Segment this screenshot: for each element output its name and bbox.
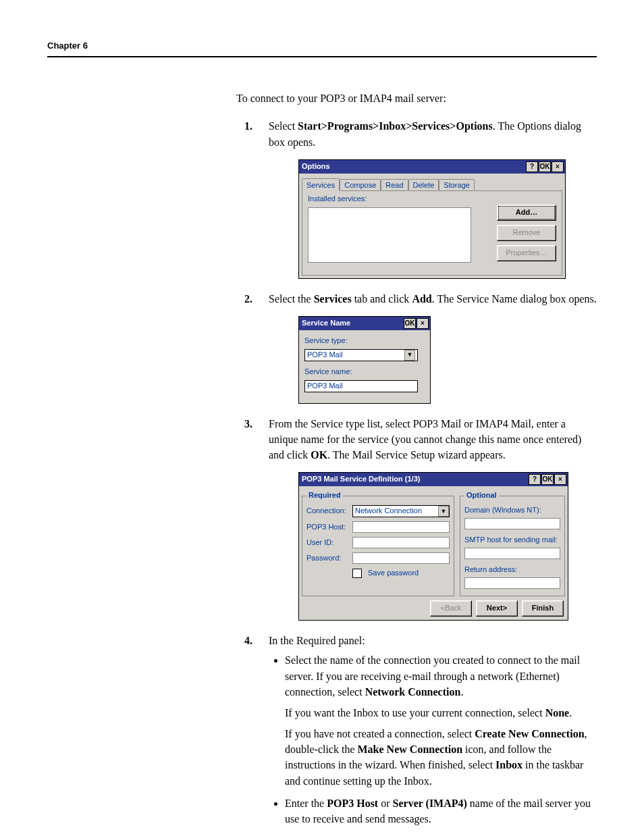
- pop3host-input[interactable]: [352, 521, 450, 533]
- connection-label: Connection:: [306, 506, 350, 517]
- intro-text: To connect to your POP3 or IMAP4 mail se…: [236, 91, 597, 106]
- back-button[interactable]: <Back: [430, 600, 472, 617]
- domain-input[interactable]: [464, 518, 560, 529]
- password-input[interactable]: [352, 552, 450, 564]
- remove-button[interactable]: Remove: [497, 225, 556, 241]
- service-type-select[interactable]: POP3 Mail ▼: [304, 349, 418, 361]
- save-password-label: Save password: [368, 568, 419, 579]
- s4b2c: or: [378, 798, 392, 809]
- help-button[interactable]: ?: [526, 161, 538, 172]
- step-1-text-a: Select: [269, 120, 298, 132]
- s4b1p3a: If you have not created a connection, se…: [285, 728, 475, 739]
- chevron-down-icon: ▼: [438, 506, 449, 517]
- page-header: Chapter 6: [47, 41, 597, 51]
- service-name-titlebar: Service Name OK ×: [299, 317, 430, 330]
- installed-services-list[interactable]: [308, 207, 471, 263]
- ok-button[interactable]: OK: [539, 161, 551, 172]
- options-tabs: Services Compose Read Delete Storage: [302, 178, 562, 190]
- close-button[interactable]: ×: [417, 318, 429, 329]
- step-4-bullet-1: Select the name of the connection you cr…: [285, 652, 597, 789]
- service-type-label: Service type:: [304, 336, 425, 346]
- close-button[interactable]: ×: [552, 161, 564, 172]
- return-label: Return address:: [464, 565, 560, 575]
- step-2-c: tab and click: [352, 293, 412, 305]
- step-number: 4.: [244, 633, 252, 648]
- s4b1p2b: None: [545, 707, 570, 719]
- step-number: 3.: [244, 416, 252, 432]
- step-2-e: . The Service Name dialog box opens.: [432, 293, 597, 305]
- s4b1p3d: Make New Connection: [358, 744, 463, 755]
- required-fieldset: Required Connection: Network Connection …: [302, 490, 454, 596]
- step-4-text: In the Required panel:: [269, 635, 365, 646]
- tab-delete[interactable]: Delete: [408, 179, 439, 191]
- chevron-down-icon: ▼: [404, 350, 415, 361]
- step-2: 2. Select the Services tab and click Add…: [236, 291, 597, 404]
- smtp-label: SMTP host for sending mail:: [464, 535, 560, 546]
- optional-legend: Optional: [464, 490, 499, 501]
- step-3: 3. From the Service type list, select PO…: [236, 416, 597, 621]
- ok-button[interactable]: OK: [541, 474, 554, 485]
- s4b2d: Server (IMAP4): [393, 798, 467, 809]
- userid-input[interactable]: [352, 537, 450, 548]
- password-label: Password:: [306, 553, 350, 564]
- s4b1p2c: .: [569, 707, 572, 719]
- s4b1c: .: [460, 686, 463, 698]
- step-2-b: Services: [314, 293, 352, 305]
- step-4: 4. In the Required panel: Select the nam…: [236, 633, 597, 827]
- s4b1p2a: If you want the Inbox to use your curren…: [285, 707, 545, 719]
- optional-fieldset: Optional Domain (Windows NT): SMTP host …: [460, 490, 565, 596]
- connection-select[interactable]: Network Connection ▼: [352, 505, 450, 517]
- s4b1p3f: Inbox: [495, 759, 522, 771]
- required-legend: Required: [306, 490, 343, 501]
- tab-services[interactable]: Services: [302, 178, 340, 190]
- step-2-d: Add: [412, 293, 431, 305]
- pop3-wizard-dialog: POP3 Mail Service Definition (1/3) ? OK …: [298, 472, 568, 621]
- service-name-value: POP3 Mail: [307, 381, 343, 392]
- add-button[interactable]: Add…: [497, 205, 556, 221]
- step-number: 1.: [244, 118, 252, 134]
- userid-label: User ID:: [306, 538, 350, 548]
- return-input[interactable]: [464, 577, 560, 589]
- service-name-input[interactable]: POP3 Mail: [304, 380, 418, 392]
- service-name-label: Service name:: [304, 367, 425, 377]
- wizard-titlebar: POP3 Mail Service Definition (1/3) ? OK …: [299, 473, 568, 486]
- s4b1p3b: Create New Connection: [475, 728, 584, 739]
- s4b2a: Enter the: [285, 798, 327, 809]
- service-type-value: POP3 Mail: [307, 350, 343, 361]
- tab-storage[interactable]: Storage: [439, 179, 475, 191]
- smtp-input[interactable]: [464, 548, 560, 559]
- domain-label: Domain (Windows NT):: [464, 505, 560, 516]
- step-number: 2.: [244, 291, 252, 307]
- tab-read[interactable]: Read: [381, 179, 408, 191]
- service-name-dialog: Service Name OK × Service type: POP3 Mai…: [298, 316, 431, 404]
- step-3-c: . The Mail Service Setup wizard appears.: [327, 449, 506, 461]
- options-dialog: Options ? OK × Services Compose Read Del…: [298, 159, 566, 279]
- connection-value: Network Connection: [355, 506, 422, 517]
- s4b2b: POP3 Host: [327, 798, 378, 809]
- step-3-b: OK: [311, 449, 327, 461]
- save-password-checkbox[interactable]: [352, 569, 362, 578]
- step-1: 1. Select Start>Programs>Inbox>Services>…: [236, 118, 597, 278]
- next-button[interactable]: Next>: [476, 600, 518, 617]
- installed-services-label: Installed services:: [308, 194, 491, 205]
- pop3host-label: POP3 Host:: [306, 522, 350, 533]
- tab-compose[interactable]: Compose: [340, 179, 381, 191]
- step-1-path: Start>Programs>Inbox>Services>Options: [298, 120, 493, 132]
- header-rule: [47, 56, 597, 57]
- ok-button[interactable]: OK: [404, 318, 416, 329]
- properties-button[interactable]: Properties…: [497, 245, 556, 261]
- step-4-bullet-2: Enter the POP3 Host or Server (IMAP4) na…: [285, 796, 597, 827]
- service-name-title: Service Name: [302, 318, 403, 329]
- close-button[interactable]: ×: [554, 474, 566, 485]
- s4b1b: Network Connection: [365, 686, 461, 698]
- options-titlebar: Options ? OK ×: [299, 160, 565, 174]
- wizard-title: POP3 Mail Service Definition (1/3): [302, 474, 528, 485]
- options-title: Options: [302, 161, 525, 172]
- step-2-a: Select the: [269, 293, 314, 305]
- finish-button[interactable]: Finish: [522, 600, 564, 617]
- help-button[interactable]: ?: [529, 474, 541, 485]
